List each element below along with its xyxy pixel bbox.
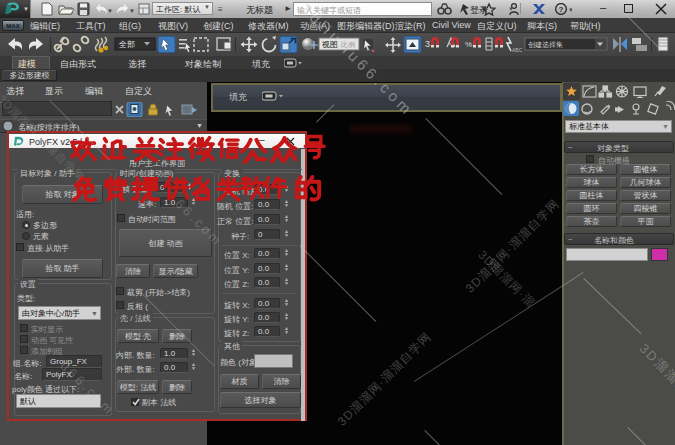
- svg-text:▼: ▼: [129, 8, 135, 14]
- svg-text:▼: ▼: [107, 8, 113, 14]
- svg-text:全部: 全部: [119, 40, 135, 49]
- svg-text:创建选择集: 创建选择集: [528, 41, 563, 49]
- svg-text:▼: ▼: [568, 7, 572, 13]
- svg-text:ABC: ABC: [512, 47, 523, 53]
- svg-text:3: 3: [425, 39, 430, 49]
- svg-text:?: ?: [559, 5, 564, 14]
- svg-text:%: %: [465, 40, 472, 49]
